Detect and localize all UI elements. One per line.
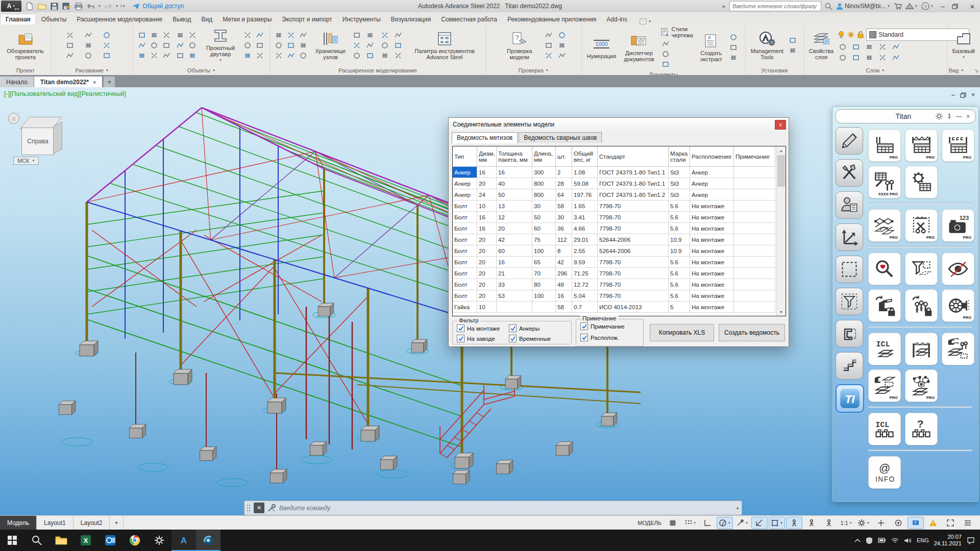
beam-3d-tool-icon[interactable]	[175, 31, 185, 40]
shrink-beam-tool-icon[interactable]	[161, 51, 172, 60]
flat-plate-tool-icon[interactable]	[255, 41, 265, 50]
bracing-tool-icon[interactable]	[365, 41, 375, 50]
cutout-tool-icon[interactable]	[274, 41, 284, 50]
numbering-audit-tool-icon[interactable]	[557, 41, 567, 50]
tools-settings[interactable]	[836, 159, 863, 187]
table-cell[interactable]: 7798-70	[598, 201, 669, 212]
checkbox-на-заводе[interactable]: На заводе	[457, 335, 495, 342]
palette-header[interactable]: Titan — ×	[835, 109, 976, 123]
table-cell[interactable]: 20	[477, 257, 497, 268]
bridge-tool-icon[interactable]	[380, 51, 390, 60]
viewcube-side-face[interactable]	[53, 121, 62, 154]
layer-freeze-tool-icon[interactable]	[864, 42, 874, 52]
table-cell[interactable]: 60	[532, 223, 556, 234]
status-ok-tool-icon[interactable]	[557, 31, 567, 40]
column-header[interactable]: Марка стали	[669, 146, 690, 167]
column-header[interactable]: Тип	[453, 146, 477, 167]
chrome-icon[interactable]	[122, 530, 147, 551]
layer-on-tool-icon[interactable]	[838, 53, 848, 62]
table-cell[interactable]: 5.6	[669, 279, 690, 290]
file-tab-document[interactable]: Titan demo2022*×	[34, 77, 103, 87]
table-cell[interactable]: ГОСТ 24379.1-80 Тип1.1	[598, 178, 669, 189]
plate-layers-tool[interactable]: PRO	[868, 369, 901, 402]
layer-off-tool-icon[interactable]	[838, 42, 848, 52]
beam-view-tool-icon[interactable]	[149, 41, 159, 50]
dialog-close-button[interactable]: x	[775, 120, 786, 130]
ribbon-tab-расширенное-моделирование[interactable]: Расширенное моделирование	[71, 14, 167, 24]
qat-customize-icon[interactable]: ≡▼	[120, 5, 125, 8]
group-label-view[interactable]: Вид▼⇘	[947, 66, 980, 75]
ribbon-minimize-dropdown-icon[interactable]: ▼	[648, 20, 651, 23]
nc-export-tool-icon[interactable]	[728, 33, 739, 42]
checkbox-располож-[interactable]: Располож.	[580, 334, 619, 341]
table-cell[interactable]: 75	[532, 234, 556, 245]
checkbox-примечание[interactable]: Примечание	[580, 322, 625, 330]
management-tools-button[interactable]: Management Tools	[749, 30, 785, 61]
layout-tab-layout1[interactable]: Layout1	[37, 516, 74, 530]
clean-screen-button[interactable]	[942, 517, 959, 529]
layer-isolate-tool-icon[interactable]	[851, 42, 861, 52]
palette-settings-gear-icon[interactable]	[936, 113, 943, 120]
table-cell[interactable]: 29.01	[572, 234, 598, 245]
model-check-button[interactable]: ? Проверка модели	[498, 30, 541, 61]
table-cell[interactable]: На монтаже	[690, 212, 734, 223]
table-cell[interactable]: 58	[556, 201, 572, 212]
filter-objects-tool[interactable]	[905, 253, 938, 285]
table-cell[interactable]: На монтаже	[690, 279, 734, 290]
file-explorer-icon[interactable]	[49, 530, 74, 551]
ribbon-tab-объекты[interactable]: Объекты	[36, 14, 72, 24]
table-cell[interactable]: Анкер	[690, 189, 734, 201]
snapshot-tool[interactable]: 123PRO	[942, 209, 974, 242]
portal-frame-tool-icon[interactable]	[352, 41, 362, 50]
scale-display[interactable]: 1:1▼	[838, 517, 854, 529]
table-cell[interactable]: 1.08	[572, 167, 598, 178]
grating-tool-icon[interactable]	[298, 31, 308, 40]
table-row[interactable]: Болт206010082.5552644-200610.9На монтаже	[453, 245, 777, 257]
column-header[interactable]: Толщина пакета, мм	[497, 146, 532, 167]
create-report-button[interactable]: Создать ведомость	[719, 324, 785, 341]
molecule-layers-tool[interactable]: PRO	[905, 369, 938, 402]
sketch-tool[interactable]	[836, 127, 863, 155]
table-cell[interactable]: 58	[556, 302, 572, 313]
table-cell[interactable]: 5	[669, 302, 690, 313]
table-cell[interactable]: 20	[477, 268, 497, 279]
dialog-tab-0[interactable]: Ведомость метизов	[452, 132, 518, 143]
special-profile-tool-icon[interactable]	[187, 41, 198, 50]
table-cell[interactable]: Болт	[453, 245, 477, 257]
table-row[interactable]: Болт2053100165.047798-705.6На монтаже	[453, 290, 777, 302]
table-cell[interactable]: 300	[532, 167, 556, 178]
ortho-mode-toggle[interactable]	[699, 517, 716, 529]
redo-icon[interactable]	[103, 2, 113, 11]
layer-thaw-tool-icon[interactable]	[864, 53, 874, 62]
grid-tool-icon[interactable]	[137, 31, 147, 40]
viewcube-home-icon[interactable]: ⌂	[8, 113, 19, 124]
help-structure-tool[interactable]: ?	[905, 413, 938, 445]
merge-beam-tool-icon[interactable]	[137, 51, 147, 60]
ribbon-tab-инструменты[interactable]: Инструменты	[337, 14, 386, 24]
curved-beam-tool-icon[interactable]	[175, 51, 185, 60]
table-cell[interactable]: Анкер	[453, 189, 477, 201]
beam-insert-tool-icon[interactable]	[175, 41, 185, 50]
table-row[interactable]: Болт20217029671.257798-705.6На монтаже	[453, 268, 777, 279]
icl-layers-tool[interactable]: ICL	[868, 333, 901, 365]
table-cell[interactable]: 10	[477, 302, 497, 313]
ribbon-tab-вывод[interactable]: Вывод	[167, 14, 196, 24]
angle-profile-tool-icon[interactable]	[242, 31, 253, 40]
titan-tab[interactable]: TI	[836, 384, 864, 413]
table-cell[interactable]	[734, 212, 775, 223]
table-row[interactable]: Анкер245080064197.76ГОСТ 24379.1-80 Тип1…	[453, 189, 777, 201]
selection-box-tool[interactable]	[836, 256, 863, 283]
isodraft-toggle[interactable]: ▼	[734, 517, 750, 529]
group-label-project[interactable]: Проект	[0, 66, 51, 75]
battery-icon[interactable]	[878, 537, 886, 543]
table-cell[interactable]: 48	[556, 279, 572, 290]
minimize-button[interactable]: –	[937, 3, 948, 10]
table-cell[interactable]	[497, 302, 532, 313]
column-header[interactable]: Стандарт	[598, 146, 669, 167]
table-cell[interactable]: 71.25	[572, 268, 598, 279]
help-search-input[interactable]	[729, 1, 821, 11]
table-scrollbar[interactable]: ▲ ▼	[776, 146, 786, 316]
poly-plate-tool-icon[interactable]	[255, 51, 265, 60]
level-symbol-tool-icon[interactable]	[149, 31, 159, 40]
undo-icon[interactable]	[86, 2, 96, 11]
